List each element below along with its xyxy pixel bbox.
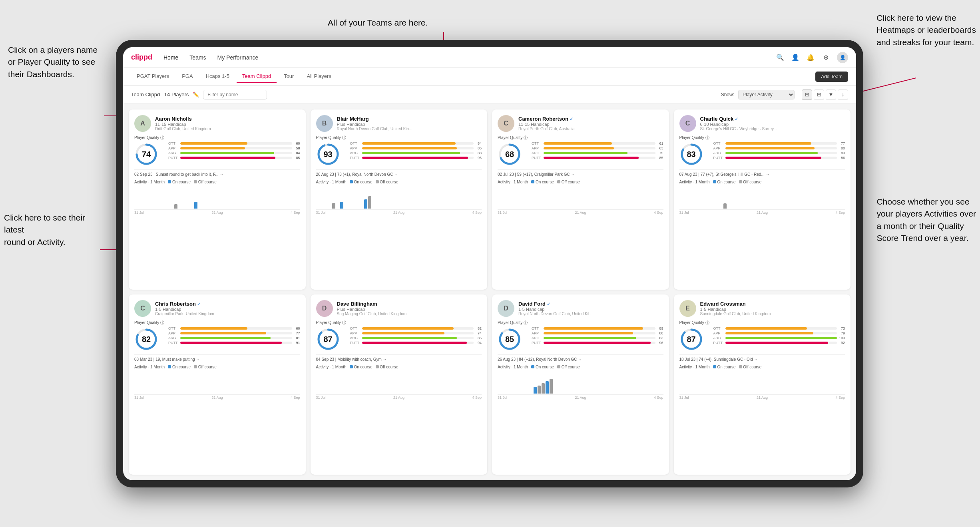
player-card[interactable]: DDave BillinghamPlus HandicapSog Maging … — [311, 294, 488, 475]
player-name[interactable]: David Ford ✓ — [518, 301, 663, 307]
last-round[interactable]: 03 Mar 23 | 19, Must make putting → — [134, 354, 300, 362]
quality-circle[interactable]: 87 — [316, 327, 340, 351]
off-course-dot: Off course — [194, 180, 217, 184]
player-card[interactable]: CCameron Robertson ✓11-15 HandicapRoyal … — [492, 109, 669, 290]
person-icon[interactable]: 👤 — [791, 54, 799, 62]
player-name[interactable]: Cameron Robertson ✓ — [518, 116, 663, 122]
player-handicap: Plus Handicap — [337, 307, 482, 312]
quality-wrap: Player Quality ⓘ87 — [316, 320, 346, 351]
quality-circle[interactable]: 74 — [134, 142, 158, 166]
qbar-label: PUTT — [713, 341, 724, 345]
qbar-value: 83 — [839, 151, 845, 155]
player-card[interactable]: CChris Robertson ✓1-5 HandicapCraigmilla… — [129, 294, 306, 475]
qbar-fill — [362, 332, 445, 334]
qbar-fill — [180, 327, 247, 330]
activity-chart — [679, 186, 845, 210]
activity-chart — [134, 371, 300, 395]
show-select[interactable]: Player Activity Quality Score Trend — [738, 90, 795, 99]
player-handicap: 11-15 Handicap — [155, 122, 300, 127]
qbar-value: 89 — [657, 326, 663, 330]
player-name[interactable]: Charlie Quick ✓ — [700, 116, 845, 122]
nav-link-teams[interactable]: Teams — [189, 54, 206, 61]
qbar-fill — [725, 157, 821, 159]
player-card[interactable]: EEdward Crossman1-5 HandicapSunningdale … — [674, 294, 851, 475]
last-round[interactable]: 18 Jul 23 | 74 (+4), Sunningdale GC - Ol… — [679, 354, 845, 362]
player-card[interactable]: AAaron Nicholls11-15 HandicapDrift Golf … — [129, 109, 306, 290]
player-name[interactable]: Blair McHarg — [337, 116, 482, 122]
quality-label: Player Quality ⓘ — [498, 135, 528, 141]
tab-hcaps[interactable]: Hcaps 1-5 — [200, 70, 235, 83]
quality-section: Player Quality ⓘ74OTT60APP58ARG84PUTT85 — [134, 135, 300, 166]
player-card[interactable]: DDavid Ford ✓1-5 HandicapRoyal North Dev… — [492, 294, 669, 475]
qbar-track — [180, 142, 292, 145]
quality-bar-row: APP58 — [168, 146, 300, 150]
qbar-fill — [725, 327, 807, 330]
search-input[interactable] — [203, 90, 267, 99]
qbar-fill — [180, 147, 245, 149]
player-name[interactable]: Dave Billingham — [337, 301, 482, 307]
chart-bar — [542, 383, 545, 394]
player-name[interactable]: Aaron Nicholls — [155, 116, 300, 122]
qbar-fill — [544, 342, 651, 344]
edit-icon[interactable]: ✏️ — [193, 91, 199, 97]
sort-icon[interactable]: ↕ — [838, 89, 848, 100]
nav-link-myperformance[interactable]: My Performance — [217, 54, 259, 61]
avatar: D — [498, 300, 514, 317]
player-header: AAaron Nicholls11-15 HandicapDrift Golf … — [134, 115, 300, 132]
last-round-text: 26 Aug 23 | 84 (+12), Royal North Devon … — [498, 357, 582, 362]
tab-tour[interactable]: Tour — [278, 70, 299, 83]
chart-bar — [546, 381, 549, 394]
quality-circle[interactable]: 93 — [316, 142, 340, 166]
quality-bars: OTT60APP77ARG81PUTT91 — [168, 326, 300, 345]
settings-icon[interactable]: ⊕ — [822, 54, 830, 62]
player-handicap: 11-15 Handicap — [518, 122, 663, 127]
qbar-fill — [362, 337, 457, 339]
quality-circle[interactable]: 87 — [679, 327, 703, 351]
tab-pga[interactable]: PGA — [176, 70, 198, 83]
quality-circle[interactable]: 85 — [498, 327, 522, 351]
chart-bar — [174, 204, 177, 209]
last-round[interactable]: 02 Jul 23 | 59 (+17), Craigmillar Park G… — [498, 169, 663, 177]
qbar-label: ARG — [168, 151, 179, 155]
quality-bars: OTT84APP85ARG88PUTT95 — [350, 141, 482, 160]
activity-header: Activity · 1 Month On course Off course — [498, 180, 663, 184]
last-round[interactable]: 07 Aug 23 | 77 (+7), St George's Hill GC… — [679, 169, 845, 177]
player-info: Edward Crossman1-5 HandicapSunningdale G… — [700, 301, 845, 316]
qbar-label: OTT — [532, 141, 542, 145]
quality-wrap: Player Quality ⓘ74 — [134, 135, 164, 166]
last-round[interactable]: 26 Aug 23 | 84 (+12), Royal North Devon … — [498, 354, 663, 362]
tab-team-clippd[interactable]: Team Clippd — [237, 70, 277, 83]
last-round[interactable]: 04 Sep 23 | Mobility with coach, Gym → — [316, 354, 482, 362]
activity-header: Activity · 1 Month On course Off course — [679, 180, 845, 184]
avatar[interactable]: 👤 — [837, 52, 848, 63]
qbar-fill — [362, 157, 468, 159]
grid-view-icon[interactable]: ⊞ — [802, 89, 812, 100]
player-card[interactable]: CCharlie Quick ✓6-10 HandicapSt. George'… — [674, 109, 851, 290]
player-name[interactable]: Chris Robertson ✓ — [155, 301, 300, 307]
player-handicap: 6-10 Handicap — [700, 122, 845, 127]
tab-pgat-players[interactable]: PGAT Players — [131, 70, 175, 83]
list-view-icon[interactable]: ⊟ — [814, 89, 824, 100]
tab-all-players[interactable]: All Players — [301, 70, 337, 83]
chart-bar — [332, 203, 335, 209]
bell-icon[interactable]: 🔔 — [807, 54, 815, 62]
chart-bar — [534, 387, 537, 394]
quality-circle[interactable]: 82 — [134, 327, 158, 351]
qbar-track — [725, 337, 837, 339]
quality-bar-row: OTT82 — [350, 326, 482, 330]
annotation-left-top: Click on a players nameor Player Quality… — [8, 44, 98, 80]
last-round[interactable]: 02 Sep 23 | Sunset round to get back int… — [134, 169, 300, 177]
search-icon[interactable]: 🔍 — [776, 54, 784, 62]
quality-circle[interactable]: 68 — [498, 142, 522, 166]
quality-wrap: Player Quality ⓘ82 — [134, 320, 164, 351]
add-team-button[interactable]: Add Team — [815, 72, 848, 82]
last-round[interactable]: 26 Aug 23 | 73 (+1), Royal North Devon G… — [316, 169, 482, 177]
qbar-value: 86 — [839, 156, 845, 160]
nav-link-home[interactable]: Home — [163, 54, 178, 61]
quality-circle[interactable]: 83 — [679, 142, 703, 166]
chart-dates: 31 Jul21 Aug4 Sep — [134, 211, 300, 215]
filter-icon[interactable]: ▼ — [826, 89, 836, 100]
qbar-value: 60 — [294, 141, 300, 145]
player-card[interactable]: BBlair McHargPlus HandicapRoyal North De… — [311, 109, 488, 290]
player-name[interactable]: Edward Crossman — [700, 301, 845, 307]
